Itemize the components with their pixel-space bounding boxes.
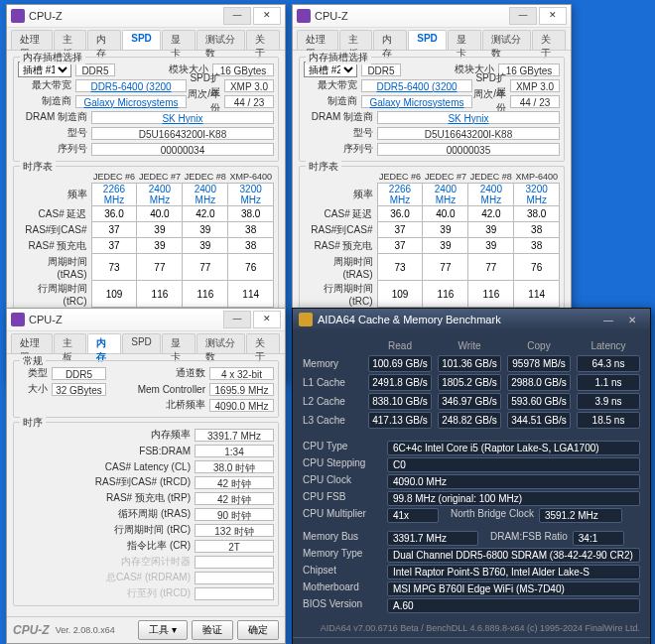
val-bw[interactable]: DDR5-6400 (3200 MHz)	[75, 79, 187, 92]
minimize-button[interactable]: —	[596, 315, 620, 325]
tab-mobo[interactable]: 主板	[54, 30, 87, 50]
app-icon	[11, 9, 25, 23]
cpuz-memory: CPU-Z—✕ 处理器主板内存SPD显卡测试分数关于 常规 类型DDR5通道数4…	[6, 308, 286, 644]
titlebar[interactable]: CPU-Z—✕	[7, 309, 285, 331]
aida64-window: AIDA64 Cache & Memory Benchmark—✕ ReadWr…	[292, 308, 651, 644]
titlebar[interactable]: AIDA64 Cache & Memory Benchmark—✕	[293, 309, 650, 330]
titlebar[interactable]: CPU-Z—✕	[293, 5, 571, 28]
titlebar[interactable]: CPU-Z—✕	[7, 5, 285, 28]
tab-cpu[interactable]: 处理器	[11, 30, 53, 50]
minimize-button[interactable]: —	[223, 7, 251, 25]
close-button[interactable]: ✕	[253, 7, 281, 25]
tab-bench[interactable]: 测试分数	[196, 30, 246, 50]
minimize-button[interactable]: —	[509, 7, 537, 25]
app-icon	[11, 313, 25, 326]
close-button[interactable]: ✕	[620, 315, 644, 325]
benchmark-table: ReadWriteCopyLatency Memory100.69 GB/s10…	[303, 338, 640, 429]
window-title: AIDA64 Cache & Memory Benchmark	[318, 314, 501, 325]
app-icon	[297, 9, 311, 23]
tab-gpu[interactable]: 显卡	[162, 30, 196, 50]
window-title: CPU-Z	[29, 10, 221, 22]
copyright: AIDA64 v7.00.6716 Beta / BenchDLL 4.6.88…	[293, 623, 650, 637]
close-button[interactable]: ✕	[539, 7, 567, 25]
group-title: 内存插槽选择	[20, 51, 85, 64]
tab-spd[interactable]: SPD	[122, 30, 161, 50]
minimize-button[interactable]: —	[223, 311, 251, 328]
app-icon	[299, 313, 313, 326]
tabs: 处理器主板内存SPD显卡测试分数关于	[7, 28, 285, 51]
mem-type: DDR5	[75, 64, 115, 76]
tab-mem[interactable]: 内存	[87, 30, 121, 50]
tab-about[interactable]: 关于	[246, 30, 280, 50]
close-button[interactable]: ✕	[253, 311, 281, 328]
